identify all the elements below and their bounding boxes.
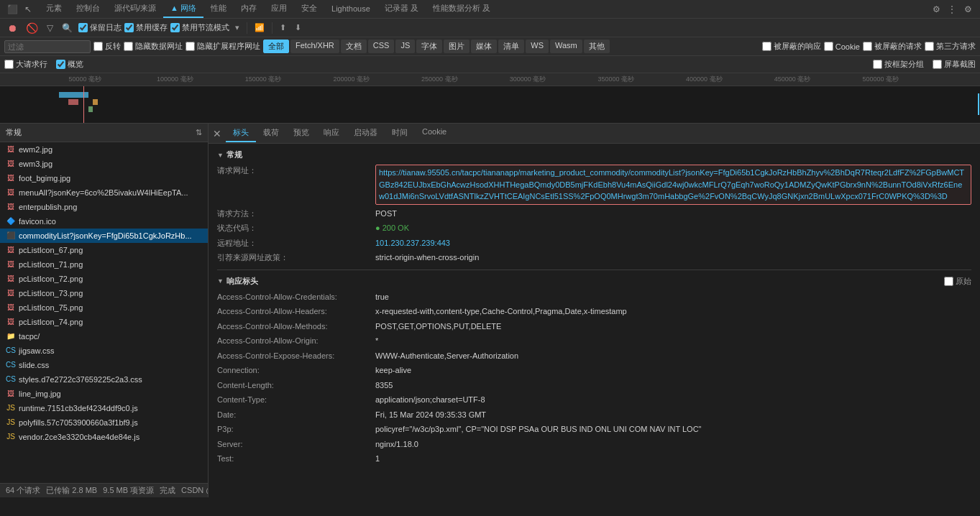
list-item[interactable]: 🖼pcListIcon_75.png <box>0 300 208 315</box>
filter-input[interactable] <box>4 40 91 53</box>
list-item[interactable]: 🔷favicon.ico <box>0 214 208 229</box>
list-item[interactable]: CSslide.css <box>0 358 208 372</box>
inspect-icon[interactable]: ↖ <box>22 3 35 16</box>
close-detail-btn[interactable]: ✕ <box>211 128 223 139</box>
import-btn[interactable]: ⬆ <box>277 22 289 34</box>
reverse-checkbox[interactable]: 反转 <box>93 41 121 52</box>
list-item[interactable]: JSruntime.7151cb3def4234ddf9c0.js <box>0 401 208 415</box>
original-btn[interactable]: 原始 <box>944 276 971 287</box>
overview-checkbox[interactable]: 概览 <box>56 59 83 70</box>
file-name: line_img.jpg <box>19 390 202 398</box>
timeline-bar <box>68 99 78 105</box>
filter-chip[interactable]: 字体 <box>416 40 442 53</box>
list-item[interactable]: CSjigsaw.css <box>0 344 208 358</box>
detail-tab[interactable]: 载荷 <box>256 124 286 142</box>
filter-chip[interactable]: 全部 <box>263 40 289 53</box>
main-tab[interactable]: 元素 <box>39 0 69 18</box>
list-item[interactable]: 📁tacpc/ <box>0 329 208 344</box>
filter-chip[interactable]: 文档 <box>341 40 367 53</box>
record-btn[interactable]: ⏺ <box>4 21 20 35</box>
general-section-title[interactable]: ▼ 常规 <box>217 149 971 160</box>
header-key: Test: <box>217 453 375 465</box>
settings-icon[interactable]: ⚙ <box>930 3 943 16</box>
list-item[interactable]: 🖼line_img.jpg <box>0 387 208 401</box>
list-item[interactable]: 🖼menuAll?jsonKey=6co%2B5ivakuW4lHiEepTA.… <box>0 185 208 200</box>
main-tab[interactable]: ▲ 网络 <box>163 0 203 18</box>
list-item[interactable]: CSstyles.d7e2722c37659225c2a3.css <box>0 372 208 387</box>
list-item[interactable]: JSpolyfills.57c7053900660a3f1bf9.js <box>0 415 208 430</box>
main-tab[interactable]: Lighthouse <box>324 1 377 17</box>
filter-chip[interactable]: 媒体 <box>471 40 497 53</box>
detail-tab[interactable]: Cookie <box>415 124 454 142</box>
search-btn[interactable]: 🔍 <box>59 22 75 34</box>
detail-tab[interactable]: 响应 <box>316 124 347 142</box>
ruler-mark: 400000 毫秒 <box>686 75 723 84</box>
list-item[interactable]: 🖼pcListIcon_67.png <box>0 243 208 257</box>
main-tab[interactable]: 内存 <box>234 0 264 18</box>
export-btn[interactable]: ⬇ <box>292 22 304 34</box>
filter-chip[interactable]: JS <box>395 40 415 53</box>
filter-chip[interactable]: 其他 <box>584 40 610 53</box>
cookie-checkbox[interactable]: Cookie <box>824 42 860 51</box>
wifi-icon-btn[interactable]: 📶 <box>252 22 267 34</box>
list-item[interactable]: 🖼pcListIcon_72.png <box>0 272 208 286</box>
header-row: Access-Control-Allow-Headers:x-requested… <box>217 305 971 318</box>
list-item[interactable]: 🖼ewm2.jpg <box>0 142 208 157</box>
hide-data-checkbox[interactable]: 隐藏数据网址 <box>124 41 183 52</box>
file-type-icon: CS <box>6 374 16 384</box>
filter-btn[interactable]: ▽ <box>44 22 56 34</box>
list-item[interactable]: 🖼foot_bgimg.jpg <box>0 171 208 185</box>
detail-tab[interactable]: 启动器 <box>347 124 385 142</box>
list-item[interactable]: 🖼pcListIcon_73.png <box>0 286 208 300</box>
dock-icon[interactable]: ⬛ <box>6 3 19 16</box>
filter-chip[interactable]: WS <box>526 40 549 53</box>
detail-tab[interactable]: 预览 <box>286 124 316 142</box>
filter-chip[interactable]: CSS <box>368 40 395 53</box>
main-tab[interactable]: 安全 <box>294 0 324 18</box>
file-name: pcListIcon_67.png <box>19 246 202 254</box>
file-type-icon: 🖼 <box>6 259 16 269</box>
third-party-checkbox[interactable]: 第三方请求 <box>925 41 976 52</box>
hide-response-checkbox[interactable]: 被屏蔽的响应 <box>762 41 821 52</box>
main-tab[interactable]: 记录器 及 <box>377 0 426 18</box>
headers-content[interactable]: ▼ 常规 请求网址： https://tianaw.95505.cn/tacpc… <box>209 144 980 497</box>
main-tab[interactable]: 性能数据分析 及 <box>426 0 498 18</box>
list-item[interactable]: 🖼pcListIcon_74.png <box>0 315 208 329</box>
filter-chip[interactable]: Fetch/XHR <box>290 40 339 53</box>
list-item[interactable]: 🖼pcListIcon_71.png <box>0 257 208 272</box>
sort-button[interactable]: ⇅ <box>196 128 202 137</box>
list-item[interactable]: 🖼ewm3.jpg <box>0 157 208 171</box>
preserve-log-checkbox[interactable]: 保留日志 <box>78 22 122 33</box>
timeline-content[interactable] <box>0 86 980 124</box>
request-method-row: 请求方法： POST <box>217 208 971 220</box>
detail-tab[interactable]: 时间 <box>385 124 415 142</box>
detail-tab[interactable]: 标头 <box>226 124 256 142</box>
screenshot-checkbox[interactable]: 屏幕截图 <box>933 59 976 70</box>
throttle-dropdown[interactable]: ▾ <box>232 22 242 34</box>
filter-chip[interactable]: 清单 <box>498 40 524 53</box>
hide-ext-checkbox[interactable]: 隐藏扩展程序网址 <box>186 41 260 52</box>
main-tab[interactable]: 源代码/来源 <box>107 0 163 18</box>
ruler-mark: 300000 毫秒 <box>510 75 546 84</box>
group-by-frame-checkbox[interactable]: 按框架分组 <box>873 59 924 70</box>
list-item[interactable]: ⬛commodityList?jsonKey=FfgDi65b1CgkJoRzH… <box>0 229 208 243</box>
main-tab[interactable]: 性能 <box>203 0 234 18</box>
more-icon[interactable]: ⋮ <box>945 3 958 16</box>
big-rows-checkbox[interactable]: 大请求行 <box>4 59 47 70</box>
main-tab[interactable]: 控制台 <box>69 0 107 18</box>
filter-chip[interactable]: 图片 <box>444 40 470 53</box>
settings2-icon[interactable]: ⚙ <box>961 3 974 16</box>
response-headers-title[interactable]: ▼ 响应标头 <box>217 276 258 287</box>
list-item[interactable]: JSvendor.2ce3e3320cb4ae4de84e.js <box>0 430 208 444</box>
blocked-checkbox[interactable]: 被屏蔽的请求 <box>863 41 922 52</box>
disable-cache-checkbox[interactable]: 禁用缓存 <box>124 22 168 33</box>
list-item[interactable]: 🖼enterpublish.png <box>0 200 208 214</box>
response-headers-list: Access-Control-Allow-Credentials:trueAcc… <box>217 291 971 465</box>
disable-throttle-checkbox[interactable]: 禁用节流模式 <box>170 22 229 33</box>
file-name: menuAll?jsonKey=6co%2B5ivakuW4lHiEepTA..… <box>19 188 202 197</box>
request-count: 64 个请求 <box>6 485 40 496</box>
main-tab[interactable]: 应用 <box>264 0 294 18</box>
timeline-bar <box>93 99 98 105</box>
clear-btn[interactable]: 🚫 <box>23 21 41 35</box>
filter-chip[interactable]: Wasm <box>550 40 582 53</box>
